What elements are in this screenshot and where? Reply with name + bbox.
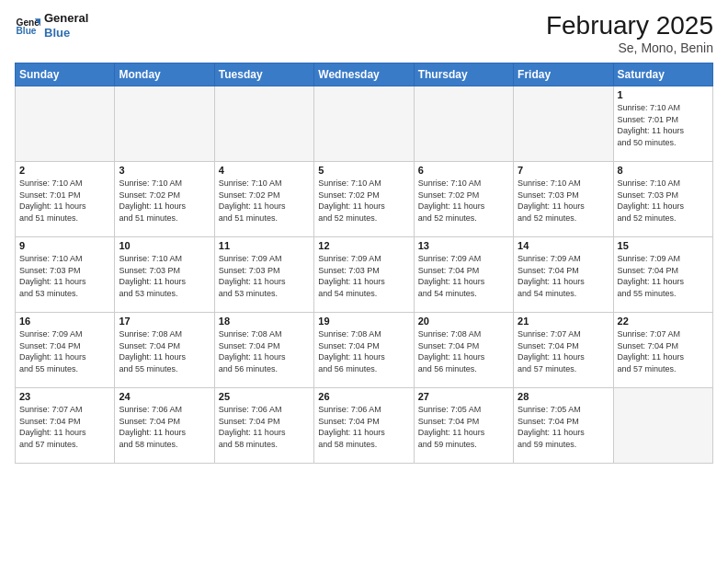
day-info: Sunrise: 7:10 AM Sunset: 7:03 PM Dayligh… xyxy=(119,253,210,299)
weekday-header: Saturday xyxy=(613,63,712,86)
day-number: 5 xyxy=(318,165,409,176)
calendar-cell: 9Sunrise: 7:10 AM Sunset: 7:03 PM Daylig… xyxy=(16,237,115,313)
calendar-cell xyxy=(16,86,115,162)
day-number: 2 xyxy=(19,165,110,176)
weekday-header-row: SundayMondayTuesdayWednesdayThursdayFrid… xyxy=(16,63,713,86)
day-info: Sunrise: 7:09 AM Sunset: 7:03 PM Dayligh… xyxy=(219,253,310,299)
calendar-title: February 2025 xyxy=(546,11,713,40)
day-info: Sunrise: 7:10 AM Sunset: 7:03 PM Dayligh… xyxy=(618,178,709,224)
day-info: Sunrise: 7:09 AM Sunset: 7:04 PM Dayligh… xyxy=(418,253,509,299)
title-block: February 2025 Se, Mono, Benin xyxy=(546,11,713,55)
calendar-cell: 12Sunrise: 7:09 AM Sunset: 7:03 PM Dayli… xyxy=(314,237,414,313)
day-info: Sunrise: 7:10 AM Sunset: 7:02 PM Dayligh… xyxy=(119,178,210,224)
day-number: 27 xyxy=(418,391,509,402)
day-number: 26 xyxy=(318,391,409,402)
day-info: Sunrise: 7:05 AM Sunset: 7:04 PM Dayligh… xyxy=(518,404,609,450)
day-number: 20 xyxy=(418,316,509,327)
day-info: Sunrise: 7:07 AM Sunset: 7:04 PM Dayligh… xyxy=(19,404,110,450)
page: General Blue General Blue February 2025 … xyxy=(0,0,728,563)
calendar-cell: 10Sunrise: 7:10 AM Sunset: 7:03 PM Dayli… xyxy=(115,237,214,313)
day-info: Sunrise: 7:05 AM Sunset: 7:04 PM Dayligh… xyxy=(418,404,509,450)
week-row: 16Sunrise: 7:09 AM Sunset: 7:04 PM Dayli… xyxy=(16,313,713,388)
svg-text:Blue: Blue xyxy=(17,26,37,36)
weekday-header: Friday xyxy=(514,63,613,86)
header: General Blue General Blue February 2025 … xyxy=(15,11,713,55)
day-number: 15 xyxy=(618,240,709,251)
day-info: Sunrise: 7:06 AM Sunset: 7:04 PM Dayligh… xyxy=(119,404,210,450)
calendar-cell xyxy=(314,86,414,162)
day-info: Sunrise: 7:10 AM Sunset: 7:01 PM Dayligh… xyxy=(618,102,709,148)
calendar-cell: 24Sunrise: 7:06 AM Sunset: 7:04 PM Dayli… xyxy=(115,388,214,464)
day-number: 21 xyxy=(518,316,609,327)
week-row: 23Sunrise: 7:07 AM Sunset: 7:04 PM Dayli… xyxy=(16,388,713,464)
day-number: 13 xyxy=(418,240,509,251)
calendar-cell: 11Sunrise: 7:09 AM Sunset: 7:03 PM Dayli… xyxy=(214,237,313,313)
calendar-cell xyxy=(514,86,613,162)
calendar-cell: 20Sunrise: 7:08 AM Sunset: 7:04 PM Dayli… xyxy=(414,313,513,388)
day-info: Sunrise: 7:07 AM Sunset: 7:04 PM Dayligh… xyxy=(518,328,609,374)
calendar-cell xyxy=(115,86,214,162)
day-number: 4 xyxy=(219,165,310,176)
day-number: 1 xyxy=(618,89,709,100)
calendar-cell: 26Sunrise: 7:06 AM Sunset: 7:04 PM Dayli… xyxy=(314,388,414,464)
day-number: 8 xyxy=(618,165,709,176)
day-number: 7 xyxy=(518,165,609,176)
day-number: 10 xyxy=(119,240,210,251)
calendar-cell: 27Sunrise: 7:05 AM Sunset: 7:04 PM Dayli… xyxy=(414,388,513,464)
logo-icon: General Blue xyxy=(15,13,40,39)
calendar-cell: 4Sunrise: 7:10 AM Sunset: 7:02 PM Daylig… xyxy=(214,162,313,237)
calendar-cell: 28Sunrise: 7:05 AM Sunset: 7:04 PM Dayli… xyxy=(514,388,613,464)
day-info: Sunrise: 7:09 AM Sunset: 7:04 PM Dayligh… xyxy=(518,253,609,299)
calendar-cell: 22Sunrise: 7:07 AM Sunset: 7:04 PM Dayli… xyxy=(613,313,712,388)
calendar-cell: 18Sunrise: 7:08 AM Sunset: 7:04 PM Dayli… xyxy=(214,313,313,388)
day-info: Sunrise: 7:06 AM Sunset: 7:04 PM Dayligh… xyxy=(318,404,409,450)
day-number: 23 xyxy=(19,391,110,402)
day-number: 16 xyxy=(19,316,110,327)
calendar-cell: 7Sunrise: 7:10 AM Sunset: 7:03 PM Daylig… xyxy=(514,162,613,237)
calendar-cell: 25Sunrise: 7:06 AM Sunset: 7:04 PM Dayli… xyxy=(214,388,313,464)
calendar-cell: 2Sunrise: 7:10 AM Sunset: 7:01 PM Daylig… xyxy=(16,162,115,237)
day-info: Sunrise: 7:10 AM Sunset: 7:01 PM Dayligh… xyxy=(19,178,110,224)
calendar-table: SundayMondayTuesdayWednesdayThursdayFrid… xyxy=(15,63,713,464)
logo-line2: Blue xyxy=(44,26,88,40)
calendar-cell: 17Sunrise: 7:08 AM Sunset: 7:04 PM Dayli… xyxy=(115,313,214,388)
weekday-header: Wednesday xyxy=(314,63,414,86)
calendar-cell: 14Sunrise: 7:09 AM Sunset: 7:04 PM Dayli… xyxy=(514,237,613,313)
day-info: Sunrise: 7:08 AM Sunset: 7:04 PM Dayligh… xyxy=(418,328,509,374)
calendar-cell: 6Sunrise: 7:10 AM Sunset: 7:02 PM Daylig… xyxy=(414,162,513,237)
calendar-cell: 19Sunrise: 7:08 AM Sunset: 7:04 PM Dayli… xyxy=(314,313,414,388)
calendar-cell: 13Sunrise: 7:09 AM Sunset: 7:04 PM Dayli… xyxy=(414,237,513,313)
calendar-cell: 21Sunrise: 7:07 AM Sunset: 7:04 PM Dayli… xyxy=(514,313,613,388)
day-number: 24 xyxy=(119,391,210,402)
calendar-cell: 15Sunrise: 7:09 AM Sunset: 7:04 PM Dayli… xyxy=(613,237,712,313)
calendar-cell: 8Sunrise: 7:10 AM Sunset: 7:03 PM Daylig… xyxy=(613,162,712,237)
calendar-cell: 16Sunrise: 7:09 AM Sunset: 7:04 PM Dayli… xyxy=(16,313,115,388)
calendar-cell xyxy=(613,388,712,464)
day-info: Sunrise: 7:10 AM Sunset: 7:02 PM Dayligh… xyxy=(318,178,409,224)
day-number: 25 xyxy=(219,391,310,402)
day-info: Sunrise: 7:08 AM Sunset: 7:04 PM Dayligh… xyxy=(119,328,210,374)
day-info: Sunrise: 7:09 AM Sunset: 7:04 PM Dayligh… xyxy=(618,253,709,299)
day-info: Sunrise: 7:10 AM Sunset: 7:02 PM Dayligh… xyxy=(219,178,310,224)
calendar-cell: 23Sunrise: 7:07 AM Sunset: 7:04 PM Dayli… xyxy=(16,388,115,464)
weekday-header: Monday xyxy=(115,63,214,86)
day-info: Sunrise: 7:07 AM Sunset: 7:04 PM Dayligh… xyxy=(618,328,709,374)
day-info: Sunrise: 7:08 AM Sunset: 7:04 PM Dayligh… xyxy=(219,328,310,374)
day-info: Sunrise: 7:09 AM Sunset: 7:03 PM Dayligh… xyxy=(318,253,409,299)
day-number: 28 xyxy=(518,391,609,402)
day-info: Sunrise: 7:08 AM Sunset: 7:04 PM Dayligh… xyxy=(318,328,409,374)
day-info: Sunrise: 7:09 AM Sunset: 7:04 PM Dayligh… xyxy=(19,328,110,374)
day-number: 9 xyxy=(19,240,110,251)
calendar-cell: 1Sunrise: 7:10 AM Sunset: 7:01 PM Daylig… xyxy=(613,86,712,162)
logo: General Blue General Blue xyxy=(15,11,88,40)
day-number: 11 xyxy=(219,240,310,251)
logo-line1: General xyxy=(44,11,88,26)
day-info: Sunrise: 7:10 AM Sunset: 7:02 PM Dayligh… xyxy=(418,178,509,224)
day-number: 6 xyxy=(418,165,509,176)
weekday-header: Sunday xyxy=(16,63,115,86)
calendar-cell: 5Sunrise: 7:10 AM Sunset: 7:02 PM Daylig… xyxy=(314,162,414,237)
weekday-header: Thursday xyxy=(414,63,513,86)
week-row: 9Sunrise: 7:10 AM Sunset: 7:03 PM Daylig… xyxy=(16,237,713,313)
day-info: Sunrise: 7:10 AM Sunset: 7:03 PM Dayligh… xyxy=(518,178,609,224)
week-row: 2Sunrise: 7:10 AM Sunset: 7:01 PM Daylig… xyxy=(16,162,713,237)
